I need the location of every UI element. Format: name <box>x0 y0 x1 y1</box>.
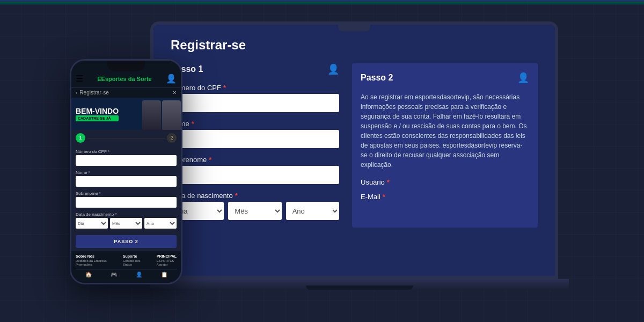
footer-col2-title: Suporte <box>123 254 141 258</box>
phone-dob-row: Dia Mês Ano <box>76 218 177 229</box>
sobrenome-field: Sobrenome * <box>171 156 339 184</box>
step1-circle: 1 <box>76 133 85 143</box>
phone-device: ☰ EEsportes da Sorte 👤 ‹ Registrar-se ✕ … <box>70 59 182 284</box>
nav-user-icon: 👤 <box>136 272 142 277</box>
form-columns: Passo 1 👤 Número do CPF * <box>171 63 538 228</box>
phone-screen: ☰ EEsportes da Sorte 👤 ‹ Registrar-se ✕ … <box>71 61 181 283</box>
nav-list[interactable]: 📋 <box>161 272 167 277</box>
footer-columns: Sobre Nós Detalhes da Empresa Promoções … <box>76 254 177 267</box>
footer-col3-item1: ESPORTES <box>157 259 177 262</box>
usuario-label: Usuário * <box>361 178 529 186</box>
cpf-field: Número do CPF * <box>171 84 339 112</box>
registration-page: Registrar-se Passo 1 👤 Número do CPF * <box>153 25 555 276</box>
phone-bottom-nav: 🏠 🎮 👤 📋 <box>76 269 177 280</box>
phone-banner: BEM-VINDO CADASTRE-SE JÁ <box>71 98 181 130</box>
dob-required: * <box>235 192 238 200</box>
footer-col2: Suporte Contate-nos Status <box>123 254 141 267</box>
nome-input[interactable] <box>171 130 339 148</box>
phone-logo: EEsportes da Sorte <box>97 76 151 82</box>
sobrenome-input[interactable] <box>171 166 339 184</box>
banner-text-block: BEM-VINDO CADASTRE-SE JÁ <box>76 107 119 121</box>
phone-nome-input[interactable] <box>76 176 177 187</box>
footer-col3: PRINCIPAL ESPORTES Apostar <box>157 254 177 267</box>
dob-label: Data de nascimento * <box>171 192 339 200</box>
sobrenome-required: * <box>209 156 211 164</box>
games-icon: 🎮 <box>111 272 117 277</box>
footer-col1-item1: Detalhes da Empresa <box>76 259 107 262</box>
close-button[interactable]: ✕ <box>172 90 177 96</box>
phone-footer: Sobre Nós Detalhes da Empresa Promoções … <box>71 251 181 283</box>
phone-cpf-label: Número do CPF * <box>76 149 177 154</box>
banner-figures <box>142 100 181 130</box>
laptop-content: Registrar-se Passo 1 👤 Número do CPF * <box>153 25 555 276</box>
laptop-notch <box>338 25 370 31</box>
step-line <box>87 138 165 138</box>
cpf-required: * <box>223 84 226 92</box>
menu-icon[interactable]: ☰ <box>76 74 83 84</box>
step1-header: Passo 1 👤 <box>171 63 339 75</box>
dob-field: Data de nascimento * Dia Mês <box>171 192 339 220</box>
list-icon: 📋 <box>161 272 167 277</box>
footer-col1: Sobre Nós Detalhes da Empresa Promoções <box>76 254 107 267</box>
nome-label: Nome * <box>171 120 339 128</box>
year-select[interactable]: Ano <box>286 202 339 220</box>
cpf-label: Número do CPF * <box>171 84 339 92</box>
figure-right <box>162 100 181 130</box>
step2-label: Passo 2 <box>361 73 393 83</box>
phone-form: Número do CPF * Nome * Sobrenome * Data … <box>71 146 181 251</box>
phone-dob-label: Data de nascimento * <box>76 212 177 217</box>
phone-month-select[interactable]: Mês <box>110 218 142 229</box>
footer-col2-item2: Status <box>123 263 141 266</box>
phone-nome-field: Nome * <box>76 170 177 187</box>
laptop-base <box>150 279 569 290</box>
phone-cpf-input[interactable] <box>76 155 177 166</box>
nav-user[interactable]: 👤 <box>136 272 142 277</box>
info-text: Ao se registrar em esportesdasortevip, s… <box>361 92 529 170</box>
user-icon[interactable]: 👤 <box>166 74 177 84</box>
phone-dob-wrapper: Data de nascimento * Dia Mês Ano <box>76 212 177 229</box>
footer-col1-title: Sobre Nós <box>76 254 107 258</box>
phone-cpf-field: Número do CPF * <box>76 149 177 166</box>
footer-col3-title: PRINCIPAL <box>157 254 177 258</box>
laptop-screen: Registrar-se Passo 1 👤 Número do CPF * <box>150 21 558 279</box>
phone-subheader: ‹ Registrar-se ✕ <box>71 87 181 98</box>
phone-nome-label: Nome * <box>76 170 177 175</box>
step2-circle: 2 <box>167 133 177 143</box>
next-step-button[interactable]: PASSO 2 <box>76 235 177 248</box>
back-icon[interactable]: ‹ <box>76 90 77 96</box>
footer-col1-item2: Promoções <box>76 263 107 266</box>
phone-steps: 1 2 <box>71 130 181 146</box>
back-label: Registrar-se <box>79 90 108 96</box>
nome-field: Nome * <box>171 120 339 148</box>
phone-sobrenome-field: Sobrenome * <box>76 191 177 208</box>
month-select[interactable]: Mês <box>228 202 281 220</box>
phone-outer: ☰ EEsportes da Sorte 👤 ‹ Registrar-se ✕ … <box>70 59 182 284</box>
phone-day-select[interactable]: Dia <box>76 218 108 229</box>
footer-col3-item2: Apostar <box>157 263 177 266</box>
figure-left <box>142 100 161 130</box>
banner-subtitle: CADASTRE-SE JÁ <box>76 115 119 121</box>
phone-sobrenome-input[interactable] <box>76 197 177 208</box>
step1-column: Passo 1 👤 Número do CPF * <box>171 63 339 228</box>
top-decoration <box>0 0 644 4</box>
usuario-required: * <box>387 178 390 186</box>
sobrenome-label: Sobrenome * <box>171 156 339 164</box>
nav-home[interactable]: 🏠 <box>85 272 92 277</box>
footer-col2-item1: Contate-nos <box>123 259 141 262</box>
banner-title: BEM-VINDO <box>76 107 119 115</box>
step2-column: Passo 2 👤 Ao se registrar em esportesdas… <box>352 63 538 228</box>
email-required: * <box>383 193 385 201</box>
phone-year-select[interactable]: Ano <box>144 218 177 229</box>
cpf-input[interactable] <box>171 94 339 112</box>
step2-header: Passo 2 👤 <box>361 72 529 84</box>
phone-notch <box>107 61 145 71</box>
email-label: E-Mail * <box>361 193 529 201</box>
date-row: Dia Mês Ano <box>171 202 339 220</box>
laptop-device: Registrar-se Passo 1 👤 Número do CPF * <box>150 21 569 311</box>
nav-games[interactable]: 🎮 <box>111 272 117 277</box>
page-title: Registrar-se <box>171 38 538 53</box>
step2-icon: 👤 <box>517 72 529 84</box>
step1-icon: 👤 <box>327 63 339 75</box>
home-icon: 🏠 <box>85 272 92 277</box>
nome-required: * <box>192 120 194 128</box>
